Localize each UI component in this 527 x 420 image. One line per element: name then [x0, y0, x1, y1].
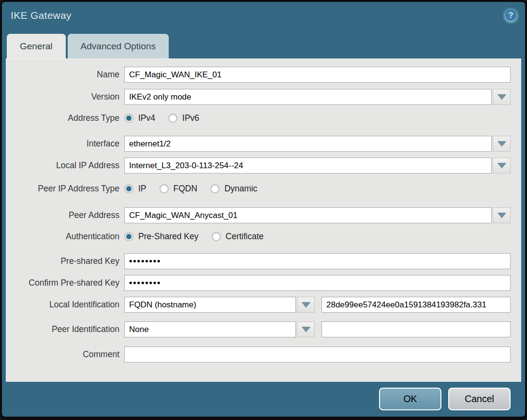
tab-general[interactable]: General — [7, 34, 66, 58]
ike-gateway-dialog: IKE Gateway ? General Advanced Options N… — [2, 2, 525, 417]
dialog-title: IKE Gateway — [11, 10, 72, 21]
peer-ip-type-option-fqdn[interactable]: FQDN — [160, 184, 198, 194]
interface-row: Interface — [6, 136, 521, 152]
radio-ipv4-checked-icon[interactable] — [124, 114, 133, 123]
radio-pre-shared-key-label: Pre-Shared Key — [138, 232, 199, 242]
comment-label: Comment — [6, 349, 124, 360]
comment-input[interactable] — [124, 347, 511, 362]
address-type-option-ipv4[interactable]: IPv4 — [124, 113, 155, 123]
general-tab-panel: Name Version Addr — [6, 58, 521, 382]
peer-identification-value-input[interactable] — [322, 321, 511, 337]
peer-ip-type-option-dynamic[interactable]: Dynamic — [210, 184, 257, 194]
local-identification-value-input[interactable] — [322, 297, 511, 313]
peer-ip-address-type-row: Peer IP Address Type IP FQDN Dynamic — [6, 181, 521, 196]
peer-address-label: Peer Address — [6, 210, 124, 220]
cancel-button[interactable]: Cancel — [448, 388, 511, 410]
interface-label: Interface — [6, 139, 124, 149]
authentication-label: Authentication — [6, 232, 124, 242]
confirm-pre-shared-key-input[interactable] — [124, 275, 511, 291]
peer-identification-dropdown-button[interactable] — [297, 321, 315, 337]
peer-address-row: Peer Address — [6, 207, 521, 223]
help-icon[interactable]: ? — [504, 9, 517, 22]
address-type-label: Address Type — [6, 113, 124, 123]
peer-address-input[interactable] — [124, 207, 492, 223]
pre-shared-key-row: Pre-shared Key — [6, 253, 521, 269]
local-identification-row: Local Identification — [6, 297, 521, 313]
chevron-down-icon — [498, 94, 506, 100]
name-row: Name — [6, 67, 521, 83]
address-type-option-ipv6[interactable]: IPv6 — [168, 113, 199, 123]
tab-strip: General Advanced Options — [2, 34, 525, 58]
peer-ip-address-type-label: Peer IP Address Type — [6, 184, 124, 194]
chevron-down-icon — [498, 213, 506, 218]
version-input[interactable] — [124, 89, 492, 105]
tab-advanced-options[interactable]: Advanced Options — [68, 34, 169, 58]
radio-certificate-label: Certificate — [226, 232, 264, 242]
local-ip-address-label: Local IP Address — [6, 160, 124, 171]
peer-address-dropdown-button[interactable] — [493, 207, 511, 223]
confirm-pre-shared-key-row: Confirm Pre-shared Key — [6, 275, 521, 291]
address-type-row: Address Type IPv4 IPv6 — [6, 111, 521, 125]
interface-dropdown-button[interactable] — [493, 136, 511, 152]
interface-input[interactable] — [124, 136, 492, 152]
radio-certificate-icon[interactable] — [212, 232, 221, 241]
radio-ipv4-label: IPv4 — [138, 113, 155, 123]
local-identification-dropdown-button[interactable] — [297, 297, 315, 313]
dialog-titlebar: IKE Gateway ? — [2, 2, 525, 29]
comment-row: Comment — [6, 347, 521, 362]
peer-ip-type-option-ip[interactable]: IP — [124, 184, 146, 194]
pre-shared-key-input[interactable] — [124, 253, 511, 269]
authentication-row: Authentication Pre-Shared Key Certificat… — [6, 229, 521, 244]
peer-identification-type-input[interactable] — [124, 321, 296, 337]
dialog-footer: OK Cancel — [2, 382, 525, 410]
confirm-pre-shared-key-label: Confirm Pre-shared Key — [6, 278, 124, 288]
pre-shared-key-label: Pre-shared Key — [6, 256, 124, 266]
radio-ip-checked-icon[interactable] — [124, 184, 133, 193]
chevron-down-icon — [302, 327, 310, 332]
radio-fqdn-icon[interactable] — [160, 184, 169, 193]
peer-identification-label: Peer Identification — [6, 324, 124, 334]
radio-pre-shared-key-checked-icon[interactable] — [124, 232, 133, 241]
ok-button[interactable]: OK — [379, 388, 441, 410]
version-row: Version — [6, 89, 521, 105]
version-dropdown-button[interactable] — [493, 89, 511, 105]
peer-identification-row: Peer Identification — [6, 321, 521, 337]
local-identification-type-input[interactable] — [124, 297, 296, 313]
radio-dynamic-icon[interactable] — [210, 184, 220, 193]
authentication-option-certificate[interactable]: Certificate — [212, 232, 264, 242]
radio-ipv6-label: IPv6 — [182, 113, 199, 123]
local-identification-label: Local Identification — [6, 300, 124, 310]
chevron-down-icon — [498, 141, 506, 146]
name-input[interactable] — [124, 67, 511, 83]
authentication-option-psk[interactable]: Pre-Shared Key — [124, 232, 199, 242]
radio-dynamic-label: Dynamic — [224, 184, 257, 194]
radio-ipv6-icon[interactable] — [168, 114, 177, 123]
chevron-down-icon — [302, 302, 310, 307]
chevron-down-icon — [498, 163, 506, 168]
local-ip-address-dropdown-button[interactable] — [493, 158, 511, 174]
radio-ip-label: IP — [138, 184, 146, 194]
local-ip-address-row: Local IP Address — [6, 158, 521, 174]
name-label: Name — [6, 70, 124, 80]
local-ip-address-input[interactable] — [124, 158, 492, 174]
dialog-outer-border: IKE Gateway ? General Advanced Options N… — [0, 0, 527, 420]
version-label: Version — [6, 92, 124, 102]
radio-fqdn-label: FQDN — [174, 184, 198, 194]
